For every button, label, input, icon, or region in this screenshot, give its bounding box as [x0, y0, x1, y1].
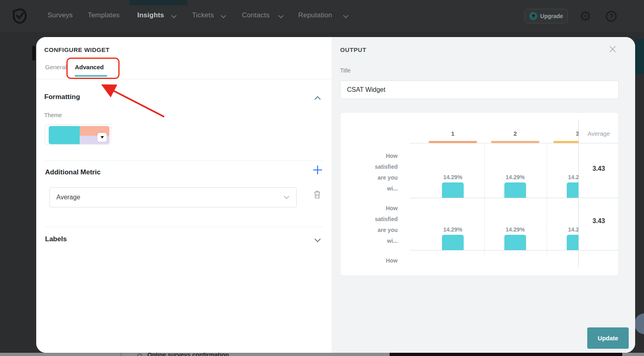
nav-item-surveys[interactable]: Surveys [47, 11, 73, 19]
chat-widget-button[interactable] [634, 313, 644, 334]
upgrade-label: Upgrade [540, 13, 563, 19]
row-label: satisfied [341, 164, 398, 170]
top-navigation: Surveys Templates Insights Tickets Conta… [0, 0, 644, 32]
tab-advanced[interactable]: Advanced [75, 64, 104, 70]
bar-value-label: 14.29% [439, 174, 467, 180]
nav-item-insights[interactable]: Insights [137, 11, 164, 19]
metric-select-value: Average [56, 194, 283, 201]
column-header: 3 [572, 130, 578, 137]
add-metric-plus-icon[interactable] [312, 165, 323, 175]
bar-value-label: 14.29% [564, 226, 578, 233]
configure-panel-title: CONFIGURE WIDGET [44, 46, 109, 53]
chart-columns-viewport: 1 2 3 14.29% 14.29% 14.29% 14.29% 14.29 [400, 113, 578, 276]
chart-bar [567, 235, 578, 250]
chevron-down-icon [278, 14, 284, 19]
row-label: How [341, 205, 398, 211]
bar-value-label: 14.29% [501, 226, 529, 233]
dimmed-page-heading-fragment: I [32, 46, 35, 60]
help-icon[interactable]: ? [606, 11, 617, 22]
row-label: wi... [341, 238, 398, 244]
divider [121, 353, 122, 356]
bar-value-label: 14.29% [564, 174, 578, 180]
chart-bar [567, 182, 578, 198]
average-value: 3.43 [578, 165, 619, 172]
upgrade-arrow-icon [529, 12, 537, 20]
row-label: satisfied [341, 216, 398, 222]
formatting-section-title: Formatting [44, 93, 80, 101]
labels-section-title: Labels [45, 235, 67, 243]
dimmed-page-bottom-fragment: Online surveys confirmation [0, 353, 644, 356]
column-color-strip [429, 141, 477, 143]
widget-title-input[interactable] [340, 81, 619, 99]
bar-value-label: 14.29% [501, 174, 529, 180]
nav-item-contacts[interactable]: Contacts [242, 11, 270, 19]
divider [44, 160, 324, 161]
dimmed-bar-fragment [390, 353, 622, 356]
additional-metric-title: Additional Metric [45, 168, 101, 176]
theme-selector[interactable] [45, 124, 111, 145]
active-tab-indicator [130, 0, 187, 5]
bar-value-label: 14.29% [439, 226, 467, 233]
divider [36, 79, 332, 79]
column-header: 2 [509, 130, 521, 137]
chart-bar [504, 182, 526, 198]
chevron-down-icon [283, 195, 290, 199]
settings-gear-icon[interactable]: ⚙ [579, 8, 591, 24]
chart-bar [442, 182, 464, 198]
row-label: How [341, 153, 398, 159]
row-label: wi... [341, 185, 398, 192]
chevron-down-icon [220, 14, 227, 19]
average-value: 3.43 [578, 217, 619, 225]
radio-icon [137, 354, 142, 356]
delete-metric-trash-icon[interactable] [313, 190, 321, 199]
chevron-down-icon[interactable] [314, 238, 321, 242]
output-panel-title: OUTPUT [340, 46, 366, 53]
chevron-down-icon [343, 14, 349, 19]
column-color-strip [553, 141, 578, 143]
update-button[interactable]: Update [587, 327, 629, 349]
metric-select[interactable]: Average [50, 187, 297, 207]
chart-bar [442, 235, 464, 250]
row-label: How [341, 257, 398, 264]
theme-color-teal [49, 126, 80, 144]
dimmed-survey-name: Online surveys confirmation [147, 353, 229, 356]
theme-label: Theme [44, 112, 62, 118]
widget-preview-chart: How satisfied are you wi... How satisfie… [340, 112, 619, 276]
configure-panel: CONFIGURE WIDGET General Advanced Format… [36, 37, 332, 353]
chevron-up-icon[interactable] [314, 96, 321, 100]
average-column-header: Average [578, 130, 619, 137]
active-tab-underline [75, 75, 107, 77]
row-label: are you [341, 227, 398, 233]
column-header: 1 [447, 130, 459, 137]
nav-item-reputation[interactable]: Reputation [298, 11, 332, 19]
upgrade-button[interactable]: Upgrade [524, 9, 568, 23]
nav-item-tickets[interactable]: Tickets [192, 11, 214, 19]
divider [44, 227, 324, 227]
configure-widget-modal: CONFIGURE WIDGET General Advanced Format… [36, 37, 635, 353]
nav-item-templates[interactable]: Templates [88, 11, 120, 19]
average-column-separator [578, 119, 579, 267]
close-icon[interactable] [609, 45, 617, 53]
app-screen: Surveys Templates Insights Tickets Conta… [0, 0, 644, 356]
row-label: are you [341, 174, 398, 181]
app-logo-icon[interactable] [12, 8, 27, 26]
column-color-strip [491, 141, 539, 143]
tab-general[interactable]: General [45, 64, 66, 70]
title-field-label: Title [340, 67, 351, 74]
output-panel: OUTPUT Title How satisfied are you wi...… [332, 37, 635, 353]
theme-dropdown-caret-icon[interactable] [97, 133, 107, 142]
chevron-down-icon [171, 14, 177, 19]
chart-bar [504, 235, 526, 250]
dimmed-right-rail-fragment [635, 39, 644, 74]
